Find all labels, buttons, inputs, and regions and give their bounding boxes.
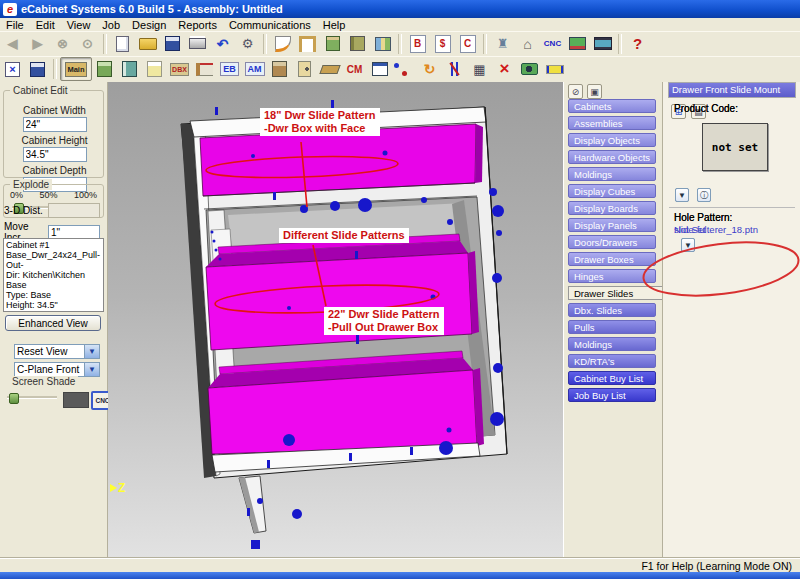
cabinet-group-icon[interactable] <box>345 32 370 56</box>
snapshot-camera-icon[interactable] <box>517 57 542 81</box>
animation-icon[interactable] <box>590 32 615 56</box>
dropdown-icon[interactable]: ▼ <box>681 238 695 252</box>
menu-edit[interactable]: Edit <box>30 19 61 31</box>
shelf-icon[interactable] <box>192 57 217 81</box>
main-view-button[interactable]: Main <box>60 57 92 81</box>
cplane-combo[interactable]: C-Plane Front ▼ <box>14 362 100 377</box>
door-casing-icon[interactable] <box>295 32 320 56</box>
forward-icon[interactable]: ▶ <box>25 32 50 56</box>
drawer-box-icon[interactable]: DBX <box>167 57 192 81</box>
wall-cabinet-icon[interactable] <box>117 57 142 81</box>
rotate-icon[interactable]: ↻ <box>417 57 442 81</box>
assembly-manager-icon[interactable]: AM <box>242 57 267 81</box>
category-display-boards[interactable]: Display Boards <box>568 201 656 215</box>
cabinet-width-input[interactable] <box>23 117 87 132</box>
hole-pattern-value[interactable]: Not Set <box>674 224 706 235</box>
schedule-icon[interactable] <box>367 57 392 81</box>
z-axis-indicator: Z <box>110 481 125 495</box>
category-kd-rtas[interactable]: KD/RTA's <box>568 354 656 368</box>
category-display-objects[interactable]: Display Objects <box>568 133 656 147</box>
sketch-cabinet-icon[interactable] <box>142 57 167 81</box>
screen-shade-slider[interactable] <box>7 392 57 402</box>
toolbar-separator <box>103 34 107 54</box>
stop-icon[interactable]: ⊗ <box>50 32 75 56</box>
dropdown-icon[interactable]: ▼ <box>675 188 689 202</box>
undo-icon[interactable]: ↶ <box>210 32 235 56</box>
menu-help[interactable]: Help <box>317 19 352 31</box>
category-moldings-2[interactable]: Moldings <box>568 337 656 351</box>
back-icon[interactable]: ◀ <box>0 32 25 56</box>
window-select-icon[interactable]: × <box>0 57 25 81</box>
cabinet-icon[interactable] <box>320 32 345 56</box>
cabinet-edit-panel: Cabinet Edit Cabinet Width Cabinet Heigh… <box>0 82 108 558</box>
product-code-value[interactable]: not set <box>702 123 768 171</box>
menu-view[interactable]: View <box>61 19 97 31</box>
category-display-cubes[interactable]: Display Cubes <box>568 184 656 198</box>
edge-band-icon[interactable]: EB <box>217 57 242 81</box>
parts-cabinet-icon[interactable] <box>267 57 292 81</box>
product-code-label: Product Code: <box>674 103 738 114</box>
cabinet-info-list[interactable]: Cabinet #1Base_Dwr_24x24_Pull-Out-Dir: K… <box>3 238 104 312</box>
door-icon[interactable] <box>292 57 317 81</box>
annotation-different-slide-patterns: Different Slide Patterns <box>279 228 409 243</box>
new-document-icon[interactable] <box>110 32 135 56</box>
cplane-combo-arrow-icon[interactable]: ▼ <box>84 363 99 376</box>
category-cabinets[interactable]: Cabinets <box>568 99 656 113</box>
category-hinges[interactable]: Hinges <box>568 269 656 283</box>
report-b-icon[interactable]: B <box>405 32 430 56</box>
category-pulls[interactable]: Pulls <box>568 320 656 334</box>
view-combo-arrow-icon[interactable]: ▼ <box>84 345 99 358</box>
menu-communications[interactable]: Communications <box>223 19 317 31</box>
open-folder-icon[interactable] <box>135 32 160 56</box>
info-icon[interactable]: ⓘ <box>697 188 711 202</box>
menu-job[interactable]: Job <box>96 19 126 31</box>
menu-reports[interactable]: Reports <box>172 19 223 31</box>
toolbar-separator <box>618 34 622 54</box>
options-icon[interactable]: ⚙ <box>235 32 260 56</box>
cabinet-height-input[interactable] <box>23 147 87 162</box>
dimension-icon[interactable] <box>542 57 567 81</box>
delete-icon[interactable]: × <box>492 57 517 81</box>
category-doors-drawers[interactable]: Doors/Drawers <box>568 235 656 249</box>
view-combo[interactable]: Reset View ▼ <box>14 344 100 359</box>
display-object-icon[interactable]: ♜ <box>490 32 515 56</box>
board-icon[interactable] <box>317 57 342 81</box>
category-drawer-slides[interactable]: Drawer Slides <box>568 286 663 300</box>
report-cost-icon[interactable]: $ <box>430 32 455 56</box>
room-view-icon[interactable]: ⌂ <box>515 32 540 56</box>
dist-input[interactable] <box>48 203 100 218</box>
nesting-icon[interactable]: ▦ <box>467 57 492 81</box>
refresh-icon[interactable]: ⊙ <box>75 32 100 56</box>
help-icon[interactable]: ? <box>625 32 650 56</box>
move-point-icon[interactable] <box>392 57 417 81</box>
annotation-18-slide-pattern: 18" Dwr Slide Pattern -Dwr Box with Face <box>260 108 380 136</box>
category-assemblies[interactable]: Assemblies <box>568 116 656 130</box>
panel-window-icon[interactable]: ▣ <box>587 84 602 99</box>
screen-shade-slider-thumb[interactable] <box>9 393 19 404</box>
category-display-panels[interactable]: Display Panels <box>568 218 656 232</box>
category-cabinet-buy-list[interactable]: Cabinet Buy List <box>568 371 656 385</box>
pin-icon[interactable]: ⊘ <box>568 84 583 99</box>
category-dbx-slides[interactable]: Dbx. Slides <box>568 303 656 317</box>
room-layout-icon[interactable] <box>370 32 395 56</box>
menu-design[interactable]: Design <box>126 19 172 31</box>
enhanced-view-button[interactable]: Enhanced View <box>5 315 101 331</box>
save-assembly-icon[interactable] <box>25 57 50 81</box>
molding-profile-icon[interactable] <box>270 32 295 56</box>
category-moldings[interactable]: Moldings <box>568 167 656 181</box>
category-job-buy-list[interactable]: Job Buy List <box>568 388 656 402</box>
save-icon[interactable] <box>160 32 185 56</box>
hole-pattern-controls: ▼ <box>681 238 695 252</box>
display-screen-icon[interactable] <box>565 32 590 56</box>
report-c-icon[interactable]: C <box>455 32 480 56</box>
bottom-drawer-box[interactable] <box>208 351 484 454</box>
category-drawer-boxes[interactable]: Drawer Boxes <box>568 252 656 266</box>
z-axis-arrow-icon <box>110 484 117 492</box>
cnc-output-icon[interactable]: CNC <box>540 32 565 56</box>
category-hardware-objects[interactable]: Hardware Objects <box>568 150 656 164</box>
menu-file[interactable]: File <box>0 19 30 31</box>
cut-material-icon[interactable]: CM <box>342 57 367 81</box>
base-cabinet-icon[interactable] <box>92 57 117 81</box>
mirror-icon[interactable] <box>442 57 467 81</box>
print-icon[interactable] <box>185 32 210 56</box>
